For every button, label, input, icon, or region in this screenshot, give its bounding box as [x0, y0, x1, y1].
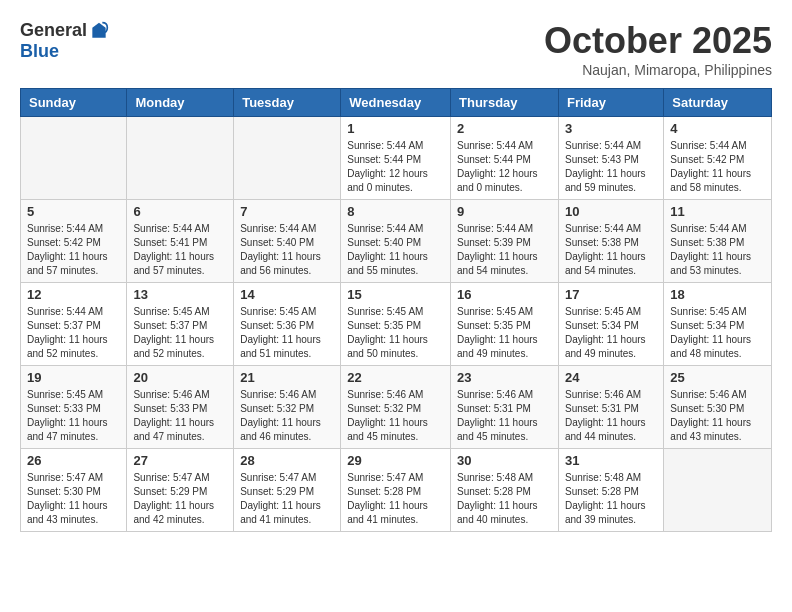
day-number: 7: [240, 204, 334, 219]
table-row: 26Sunrise: 5:47 AM Sunset: 5:30 PM Dayli…: [21, 449, 127, 532]
table-row: 17Sunrise: 5:45 AM Sunset: 5:34 PM Dayli…: [558, 283, 663, 366]
logo-general: General: [20, 20, 87, 41]
table-row: [664, 449, 772, 532]
col-sunday: Sunday: [21, 89, 127, 117]
day-number: 1: [347, 121, 444, 136]
day-info: Sunrise: 5:46 AM Sunset: 5:31 PM Dayligh…: [457, 388, 552, 444]
day-number: 15: [347, 287, 444, 302]
day-number: 16: [457, 287, 552, 302]
day-info: Sunrise: 5:46 AM Sunset: 5:32 PM Dayligh…: [347, 388, 444, 444]
day-number: 22: [347, 370, 444, 385]
day-info: Sunrise: 5:47 AM Sunset: 5:30 PM Dayligh…: [27, 471, 120, 527]
table-row: 1Sunrise: 5:44 AM Sunset: 5:44 PM Daylig…: [341, 117, 451, 200]
month-title: October 2025: [544, 20, 772, 62]
day-info: Sunrise: 5:47 AM Sunset: 5:29 PM Dayligh…: [133, 471, 227, 527]
day-number: 9: [457, 204, 552, 219]
table-row: [234, 117, 341, 200]
day-number: 18: [670, 287, 765, 302]
day-info: Sunrise: 5:44 AM Sunset: 5:42 PM Dayligh…: [27, 222, 120, 278]
day-number: 17: [565, 287, 657, 302]
table-row: 2Sunrise: 5:44 AM Sunset: 5:44 PM Daylig…: [451, 117, 559, 200]
calendar-week-row: 1Sunrise: 5:44 AM Sunset: 5:44 PM Daylig…: [21, 117, 772, 200]
table-row: 30Sunrise: 5:48 AM Sunset: 5:28 PM Dayli…: [451, 449, 559, 532]
day-info: Sunrise: 5:44 AM Sunset: 5:40 PM Dayligh…: [347, 222, 444, 278]
day-info: Sunrise: 5:45 AM Sunset: 5:33 PM Dayligh…: [27, 388, 120, 444]
title-block: October 2025 Naujan, Mimaropa, Philippin…: [544, 20, 772, 78]
calendar-week-row: 12Sunrise: 5:44 AM Sunset: 5:37 PM Dayli…: [21, 283, 772, 366]
day-info: Sunrise: 5:44 AM Sunset: 5:38 PM Dayligh…: [565, 222, 657, 278]
table-row: [127, 117, 234, 200]
day-number: 29: [347, 453, 444, 468]
col-monday: Monday: [127, 89, 234, 117]
logo-icon: [89, 21, 109, 41]
day-info: Sunrise: 5:44 AM Sunset: 5:44 PM Dayligh…: [457, 139, 552, 195]
calendar-week-row: 19Sunrise: 5:45 AM Sunset: 5:33 PM Dayli…: [21, 366, 772, 449]
table-row: 24Sunrise: 5:46 AM Sunset: 5:31 PM Dayli…: [558, 366, 663, 449]
day-number: 5: [27, 204, 120, 219]
day-number: 31: [565, 453, 657, 468]
day-info: Sunrise: 5:46 AM Sunset: 5:32 PM Dayligh…: [240, 388, 334, 444]
calendar-week-row: 5Sunrise: 5:44 AM Sunset: 5:42 PM Daylig…: [21, 200, 772, 283]
day-number: 12: [27, 287, 120, 302]
day-number: 3: [565, 121, 657, 136]
table-row: 5Sunrise: 5:44 AM Sunset: 5:42 PM Daylig…: [21, 200, 127, 283]
col-wednesday: Wednesday: [341, 89, 451, 117]
table-row: 21Sunrise: 5:46 AM Sunset: 5:32 PM Dayli…: [234, 366, 341, 449]
day-info: Sunrise: 5:44 AM Sunset: 5:40 PM Dayligh…: [240, 222, 334, 278]
location: Naujan, Mimaropa, Philippines: [544, 62, 772, 78]
table-row: 6Sunrise: 5:44 AM Sunset: 5:41 PM Daylig…: [127, 200, 234, 283]
day-number: 2: [457, 121, 552, 136]
day-info: Sunrise: 5:44 AM Sunset: 5:43 PM Dayligh…: [565, 139, 657, 195]
day-number: 23: [457, 370, 552, 385]
logo: General Blue: [20, 20, 109, 62]
table-row: 29Sunrise: 5:47 AM Sunset: 5:28 PM Dayli…: [341, 449, 451, 532]
page-header: General Blue October 2025 Naujan, Mimaro…: [20, 20, 772, 78]
day-number: 13: [133, 287, 227, 302]
day-number: 4: [670, 121, 765, 136]
table-row: 15Sunrise: 5:45 AM Sunset: 5:35 PM Dayli…: [341, 283, 451, 366]
col-thursday: Thursday: [451, 89, 559, 117]
day-number: 24: [565, 370, 657, 385]
day-number: 28: [240, 453, 334, 468]
table-row: 14Sunrise: 5:45 AM Sunset: 5:36 PM Dayli…: [234, 283, 341, 366]
day-number: 10: [565, 204, 657, 219]
day-info: Sunrise: 5:48 AM Sunset: 5:28 PM Dayligh…: [565, 471, 657, 527]
day-info: Sunrise: 5:44 AM Sunset: 5:39 PM Dayligh…: [457, 222, 552, 278]
day-info: Sunrise: 5:48 AM Sunset: 5:28 PM Dayligh…: [457, 471, 552, 527]
day-number: 8: [347, 204, 444, 219]
day-info: Sunrise: 5:45 AM Sunset: 5:36 PM Dayligh…: [240, 305, 334, 361]
day-info: Sunrise: 5:45 AM Sunset: 5:37 PM Dayligh…: [133, 305, 227, 361]
day-info: Sunrise: 5:45 AM Sunset: 5:35 PM Dayligh…: [457, 305, 552, 361]
table-row: 7Sunrise: 5:44 AM Sunset: 5:40 PM Daylig…: [234, 200, 341, 283]
day-info: Sunrise: 5:45 AM Sunset: 5:34 PM Dayligh…: [670, 305, 765, 361]
day-info: Sunrise: 5:45 AM Sunset: 5:34 PM Dayligh…: [565, 305, 657, 361]
table-row: 18Sunrise: 5:45 AM Sunset: 5:34 PM Dayli…: [664, 283, 772, 366]
table-row: 25Sunrise: 5:46 AM Sunset: 5:30 PM Dayli…: [664, 366, 772, 449]
table-row: [21, 117, 127, 200]
table-row: 27Sunrise: 5:47 AM Sunset: 5:29 PM Dayli…: [127, 449, 234, 532]
table-row: 4Sunrise: 5:44 AM Sunset: 5:42 PM Daylig…: [664, 117, 772, 200]
day-info: Sunrise: 5:47 AM Sunset: 5:29 PM Dayligh…: [240, 471, 334, 527]
col-saturday: Saturday: [664, 89, 772, 117]
table-row: 10Sunrise: 5:44 AM Sunset: 5:38 PM Dayli…: [558, 200, 663, 283]
day-number: 25: [670, 370, 765, 385]
day-info: Sunrise: 5:46 AM Sunset: 5:31 PM Dayligh…: [565, 388, 657, 444]
day-info: Sunrise: 5:44 AM Sunset: 5:38 PM Dayligh…: [670, 222, 765, 278]
table-row: 9Sunrise: 5:44 AM Sunset: 5:39 PM Daylig…: [451, 200, 559, 283]
table-row: 23Sunrise: 5:46 AM Sunset: 5:31 PM Dayli…: [451, 366, 559, 449]
day-info: Sunrise: 5:44 AM Sunset: 5:42 PM Dayligh…: [670, 139, 765, 195]
table-row: 20Sunrise: 5:46 AM Sunset: 5:33 PM Dayli…: [127, 366, 234, 449]
day-number: 27: [133, 453, 227, 468]
day-info: Sunrise: 5:47 AM Sunset: 5:28 PM Dayligh…: [347, 471, 444, 527]
table-row: 11Sunrise: 5:44 AM Sunset: 5:38 PM Dayli…: [664, 200, 772, 283]
day-info: Sunrise: 5:44 AM Sunset: 5:44 PM Dayligh…: [347, 139, 444, 195]
table-row: 12Sunrise: 5:44 AM Sunset: 5:37 PM Dayli…: [21, 283, 127, 366]
calendar-table: Sunday Monday Tuesday Wednesday Thursday…: [20, 88, 772, 532]
table-row: 19Sunrise: 5:45 AM Sunset: 5:33 PM Dayli…: [21, 366, 127, 449]
day-number: 11: [670, 204, 765, 219]
day-number: 26: [27, 453, 120, 468]
day-info: Sunrise: 5:46 AM Sunset: 5:33 PM Dayligh…: [133, 388, 227, 444]
day-number: 20: [133, 370, 227, 385]
day-number: 14: [240, 287, 334, 302]
logo-blue: Blue: [20, 41, 59, 62]
